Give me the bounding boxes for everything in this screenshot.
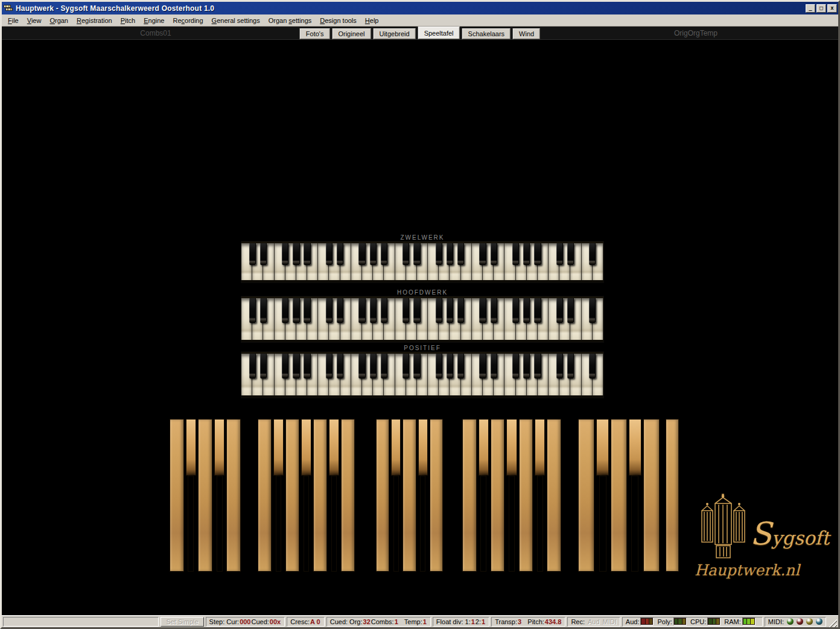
black-key[interactable] — [523, 354, 530, 378]
title-bar[interactable]: Hauptwerk - Sygsoft Maarschalkerweerd Oo… — [2, 2, 838, 14]
menu-registration[interactable]: Registration — [72, 16, 116, 25]
black-key[interactable] — [260, 243, 267, 265]
black-key[interactable] — [304, 298, 310, 323]
menu-help[interactable]: Help — [361, 16, 383, 25]
pedal-sharp[interactable] — [214, 419, 224, 572]
pedal-sharp[interactable] — [391, 419, 401, 572]
black-key[interactable] — [326, 298, 332, 323]
pedal-natural[interactable] — [376, 419, 389, 572]
black-key[interactable] — [457, 298, 464, 323]
pedal-natural[interactable] — [198, 419, 212, 572]
pedalboard-group[interactable] — [258, 419, 355, 572]
menu-engine[interactable]: Engine — [139, 16, 168, 25]
tab-wind[interactable]: Wind — [513, 28, 540, 39]
pedal-sharp[interactable] — [418, 419, 428, 572]
tab-foto-s[interactable]: Foto's — [300, 28, 330, 39]
rec-midi-button[interactable]: MIDI — [603, 618, 617, 625]
pedal-natural[interactable] — [666, 419, 679, 572]
black-key[interactable] — [402, 243, 409, 265]
black-key[interactable] — [326, 354, 332, 378]
maximize-button[interactable]: □ — [816, 4, 826, 13]
keyboard-positief[interactable] — [241, 352, 603, 398]
black-key[interactable] — [413, 243, 420, 265]
black-key[interactable] — [457, 354, 464, 378]
menu-general-settings[interactable]: General settings — [208, 16, 264, 25]
black-key[interactable] — [381, 298, 387, 323]
resize-grip[interactable] — [828, 618, 837, 627]
black-key[interactable] — [491, 354, 497, 378]
pedal-sharp[interactable] — [479, 419, 489, 572]
tab-origineel[interactable]: Origineel — [332, 28, 371, 39]
black-key[interactable] — [381, 354, 387, 378]
pedalboard-group[interactable] — [666, 419, 679, 572]
black-key[interactable] — [567, 298, 574, 323]
pedal-sharp[interactable] — [596, 419, 608, 572]
black-key[interactable] — [589, 243, 596, 265]
black-key[interactable] — [491, 243, 497, 265]
pedal-natural[interactable] — [285, 419, 299, 572]
pedalboard-group[interactable] — [578, 419, 660, 572]
menu-view[interactable]: View — [23, 16, 46, 25]
black-key[interactable] — [249, 298, 256, 323]
black-key[interactable] — [282, 243, 288, 265]
black-key[interactable] — [534, 243, 541, 265]
black-key[interactable] — [249, 354, 256, 378]
black-key[interactable] — [567, 243, 574, 265]
tab-uitgebreid[interactable]: Uitgebreid — [373, 28, 415, 39]
black-key[interactable] — [370, 354, 377, 378]
keyboard-zwelwerk[interactable] — [241, 241, 603, 283]
black-key[interactable] — [358, 243, 365, 265]
pedal-sharp[interactable] — [535, 419, 545, 572]
black-key[interactable] — [534, 354, 541, 378]
black-key[interactable] — [436, 298, 442, 323]
black-key[interactable] — [413, 354, 420, 378]
menu-pitch[interactable]: Pitch — [116, 16, 139, 25]
black-key[interactable] — [523, 298, 530, 323]
black-key[interactable] — [447, 243, 453, 265]
pedal-natural[interactable] — [402, 419, 416, 572]
menu-design-tools[interactable]: Design tools — [316, 16, 361, 25]
pedal-natural[interactable] — [491, 419, 505, 572]
black-key[interactable] — [512, 298, 519, 323]
pedal-sharp[interactable] — [301, 419, 311, 572]
black-key[interactable] — [304, 354, 310, 378]
pedal-sharp[interactable] — [329, 419, 339, 572]
black-key[interactable] — [479, 298, 486, 323]
black-key[interactable] — [512, 354, 519, 378]
black-key[interactable] — [293, 354, 299, 378]
black-key[interactable] — [523, 243, 530, 265]
black-key[interactable] — [337, 354, 343, 378]
pedal-natural[interactable] — [313, 419, 327, 572]
pedal-sharp[interactable] — [273, 419, 284, 572]
black-key[interactable] — [402, 298, 409, 323]
menu-file[interactable]: File — [4, 16, 23, 25]
menu-organ-settings[interactable]: Organ settings — [264, 16, 316, 25]
black-key[interactable] — [556, 354, 563, 378]
black-key[interactable] — [447, 354, 453, 378]
pedal-sharp[interactable] — [506, 419, 517, 572]
pedal-natural[interactable] — [519, 419, 533, 572]
black-key[interactable] — [337, 243, 343, 265]
black-key[interactable] — [282, 298, 288, 323]
black-key[interactable] — [457, 243, 464, 265]
black-key[interactable] — [491, 298, 497, 323]
black-key[interactable] — [282, 354, 288, 378]
pedal-natural[interactable] — [226, 419, 241, 572]
pedal-natural[interactable] — [170, 419, 184, 572]
pedal-natural[interactable] — [611, 419, 627, 572]
keyboard-hoofdwerk[interactable] — [241, 296, 603, 342]
pedal-natural[interactable] — [462, 419, 477, 572]
rec-aud-button[interactable]: Aud — [588, 618, 600, 625]
black-key[interactable] — [402, 354, 409, 378]
black-key[interactable] — [304, 243, 310, 265]
black-key[interactable] — [479, 354, 486, 378]
menu-organ[interactable]: Organ — [45, 16, 72, 25]
black-key[interactable] — [556, 243, 563, 265]
black-key[interactable] — [413, 298, 420, 323]
black-key[interactable] — [381, 243, 387, 265]
black-key[interactable] — [436, 243, 442, 265]
black-key[interactable] — [589, 298, 596, 323]
black-key[interactable] — [249, 243, 256, 265]
pedal-natural[interactable] — [643, 419, 660, 572]
black-key[interactable] — [589, 354, 596, 378]
